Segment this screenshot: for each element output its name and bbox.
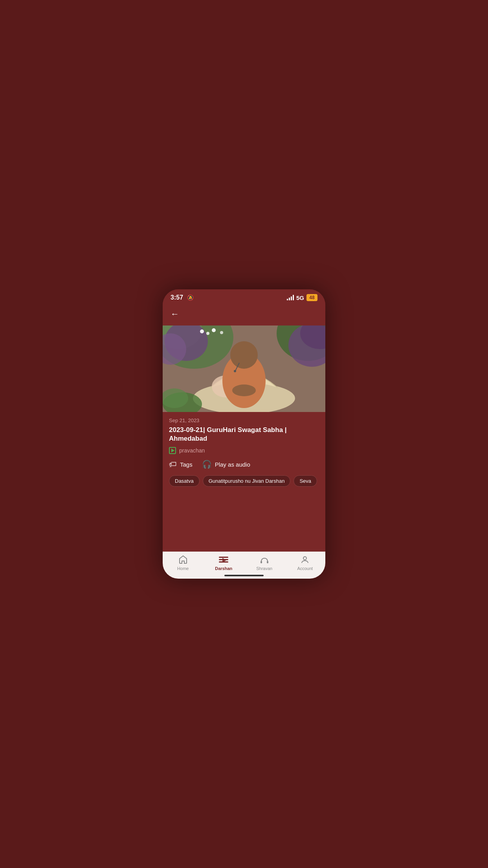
account-icon [300,555,310,565]
home-icon [178,555,188,565]
nav-label-home: Home [177,566,189,571]
tags-label: Tags [180,461,193,468]
content-title: 2023-09-21| GuruHari Swagat Sabha | Ahme… [169,426,319,443]
svg-point-9 [206,332,209,335]
battery-indicator: 48 [306,294,317,301]
content-area: Sep 21, 2023 2023-09-21| GuruHari Swagat… [163,412,325,492]
svg-rect-27 [267,561,268,563]
svg-point-19 [232,384,256,396]
date-text: Sep 21, 2023 [169,417,319,423]
darshan-icon [218,555,229,565]
tags-action[interactable]: 🏷 Tags [169,460,193,469]
tags-section: Dasatva Gunatitpurusho nu Jivan Darshan … [169,475,319,487]
svg-point-16 [230,341,258,369]
nav-label-account: Account [297,566,313,571]
back-arrow-icon: ← [171,309,179,319]
header: ← [163,304,325,326]
svg-rect-26 [261,561,262,563]
actions-row: 🏷 Tags 🎧 Play as audio [169,460,319,469]
nav-item-darshan[interactable]: Darshan [204,555,244,571]
status-bar: 3:57 🔕 5G 48 [163,289,325,304]
phone-frame: 3:57 🔕 5G 48 ← [163,289,325,579]
shravan-icon [259,555,270,565]
signal-bars [287,295,294,300]
svg-point-8 [200,329,204,333]
home-indicator [224,575,264,576]
pravachan-row: pravachan [169,447,319,454]
signal-bar-4 [293,295,294,300]
headphones-icon: 🎧 [202,460,212,469]
nav-item-shravan[interactable]: Shravan [244,555,285,571]
bell-icon: 🔕 [187,294,194,301]
tag-pill-dasatva[interactable]: Dasatva [169,475,200,487]
signal-bar-2 [289,298,290,300]
pravachan-play-icon [169,447,176,454]
back-button[interactable]: ← [169,307,181,321]
pravachan-label: pravachan [179,447,205,454]
tag-pill-seva[interactable]: Seva [294,475,317,487]
thumbnail-svg [163,326,325,412]
svg-point-10 [212,328,216,332]
svg-point-18 [234,370,236,372]
status-time: 3:57 [171,294,183,301]
network-label: 5G [296,294,304,301]
tag-pill-gunatit[interactable]: Gunatitpurusho nu Jivan Darshan [203,475,291,487]
svg-point-28 [303,557,306,560]
nav-item-account[interactable]: Account [285,555,326,571]
signal-bar-1 [287,299,288,300]
play-triangle [171,449,174,452]
tag-icon: 🏷 [169,460,177,469]
signal-bar-3 [291,296,292,300]
svg-rect-22 [219,557,228,558]
status-right: 5G 48 [287,294,317,301]
video-thumbnail[interactable] [163,326,325,412]
nav-label-darshan: Darshan [215,566,232,571]
play-audio-action[interactable]: 🎧 Play as audio [202,460,250,469]
play-audio-label: Play as audio [215,461,250,468]
svg-point-11 [220,331,223,334]
nav-item-home[interactable]: Home [163,555,204,571]
nav-label-shravan: Shravan [256,566,272,571]
